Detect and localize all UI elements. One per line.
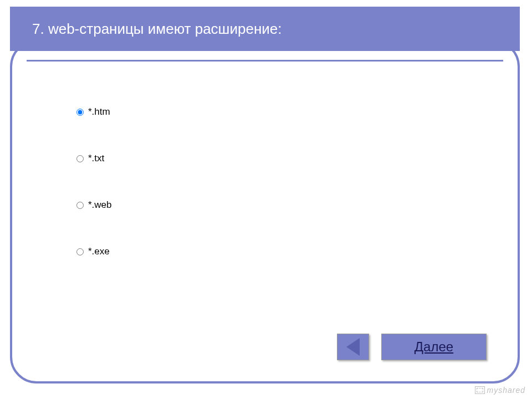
options-container: *.htm *.txt *.web *.exe — [76, 106, 112, 293]
option-row-htm: *.htm — [76, 106, 112, 117]
option-row-exe: *.exe — [76, 246, 112, 257]
radio-web[interactable] — [76, 202, 84, 209]
radio-txt[interactable] — [76, 155, 84, 162]
back-arrow-icon — [346, 338, 360, 356]
option-label: *.htm — [88, 106, 110, 117]
option-row-web: *.web — [76, 200, 112, 211]
question-title: 7. web-страницы имеют расширение: — [32, 21, 282, 38]
watermark-text: myshared — [487, 386, 525, 395]
slide-container: 7. web-страницы имеют расширение: *.htm … — [10, 7, 520, 383]
option-label: *.txt — [88, 153, 104, 164]
watermark: myshared — [475, 386, 525, 395]
navigation-container: Далее — [337, 334, 487, 360]
header-overlap — [21, 40, 509, 51]
next-button[interactable]: Далее — [381, 334, 487, 360]
radio-htm[interactable] — [76, 109, 84, 116]
divider-line — [27, 60, 503, 62]
next-button-label: Далее — [415, 339, 453, 355]
option-row-txt: *.txt — [76, 153, 112, 164]
back-button[interactable] — [337, 334, 369, 360]
option-label: *.exe — [88, 246, 110, 257]
watermark-icon — [475, 386, 485, 394]
radio-exe[interactable] — [76, 248, 84, 255]
option-label: *.web — [88, 200, 112, 211]
